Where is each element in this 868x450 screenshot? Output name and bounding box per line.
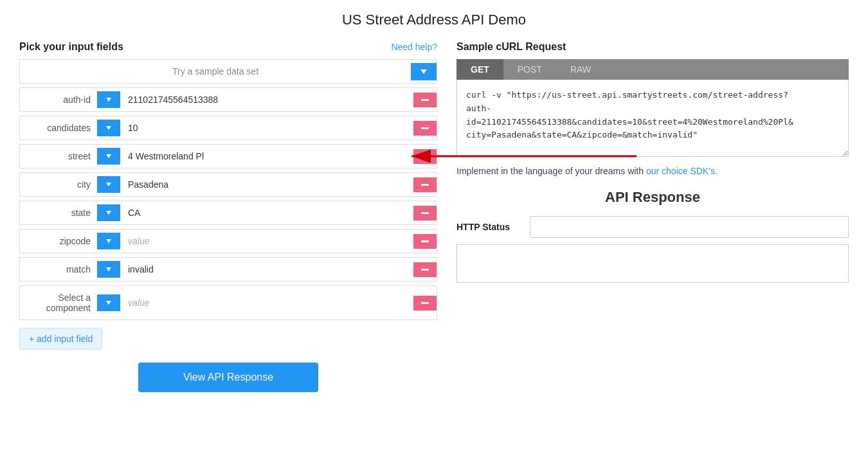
input-row-zipcode: zipcode: [19, 229, 437, 253]
field-dropdown-btn-component[interactable]: [97, 294, 120, 311]
field-label-component: Select a component: [20, 286, 97, 320]
curl-code-box: curl -v "https://us-street.api.smartystr…: [457, 80, 849, 157]
input-row-state: state: [19, 201, 437, 225]
tab-get[interactable]: GET: [457, 59, 503, 80]
sdk-static-text: Implement in the language of your dreams…: [457, 166, 646, 176]
input-row-street: street: [19, 144, 437, 168]
field-value-input-street[interactable]: [120, 145, 413, 168]
minus-icon: [421, 156, 429, 158]
right-panel: Sample cURL Request GET POST RAW curl -v…: [457, 41, 849, 392]
dropdown-arrow-icon: [106, 126, 111, 130]
view-api-response-button[interactable]: View API Response: [138, 363, 318, 392]
curl-tabs: GET POST RAW: [457, 59, 849, 80]
input-row-component: Select a component: [19, 285, 437, 320]
field-value-input-state[interactable]: [120, 201, 413, 224]
field-value-input-zipcode[interactable]: [120, 230, 413, 253]
input-row-auth-id: auth-id: [19, 87, 437, 112]
dropdown-arrow-icon: [106, 183, 111, 186]
remove-btn-city[interactable]: [413, 177, 437, 192]
minus-icon: [421, 269, 429, 271]
field-value-input-component[interactable]: [120, 291, 413, 314]
field-value-input-auth-id[interactable]: [120, 88, 413, 111]
field-label-auth-id: auth-id: [20, 88, 97, 111]
input-row-candidates: candidates: [19, 116, 437, 140]
field-label-city: city: [20, 173, 97, 196]
field-dropdown-btn-auth-id[interactable]: [97, 91, 120, 108]
dropdown-arrow-icon: [106, 301, 111, 305]
field-label-state: state: [20, 201, 97, 224]
field-dropdown-btn-candidates[interactable]: [97, 120, 120, 136]
http-status-input[interactable]: [530, 216, 849, 238]
add-input-field-button[interactable]: + add input field: [19, 328, 102, 350]
minus-icon: [421, 99, 429, 101]
field-label-zipcode: zipcode: [20, 230, 97, 253]
minus-icon: [421, 184, 429, 186]
field-value-input-candidates[interactable]: [120, 116, 413, 140]
input-row-city: city: [19, 172, 437, 197]
http-status-row: HTTP Status: [457, 216, 849, 238]
panel-header: Pick your input fields Need help?: [19, 41, 437, 53]
tab-raw[interactable]: RAW: [556, 59, 605, 80]
dropdown-arrow-icon: [106, 239, 111, 243]
dropdown-arrow-icon: [420, 69, 427, 74]
field-label-match: match: [20, 258, 97, 281]
remove-btn-match[interactable]: [413, 262, 437, 277]
field-dropdown-btn-city[interactable]: [97, 176, 120, 193]
fields-container: auth-idcandidatesstreetcitystatezipcodem…: [19, 87, 437, 320]
page-title: US Street Address API Demo: [0, 0, 868, 35]
remove-btn-state[interactable]: [413, 206, 437, 221]
response-box: [457, 244, 849, 283]
field-value-input-city[interactable]: [120, 173, 413, 196]
left-panel: Pick your input fields Need help? Try a …: [19, 41, 437, 392]
remove-btn-candidates[interactable]: [413, 121, 437, 136]
dropdown-arrow-icon: [106, 267, 111, 271]
minus-icon: [421, 240, 429, 242]
remove-btn-auth-id[interactable]: [413, 93, 437, 107]
minus-icon: [421, 127, 429, 129]
minus-icon: [421, 212, 429, 214]
field-dropdown-btn-state[interactable]: [97, 204, 120, 221]
need-help-link[interactable]: Need help?: [391, 42, 437, 52]
remove-btn-zipcode[interactable]: [413, 234, 437, 249]
sdk-link[interactable]: our choice SDK's.: [646, 166, 718, 176]
sample-data-row: Try a sample data set: [19, 59, 437, 84]
panel-header-title: Pick your input fields: [19, 41, 123, 53]
sample-data-label: Try a sample data set: [20, 60, 411, 83]
sdk-text: Implement in the language of your dreams…: [457, 166, 849, 176]
sample-data-dropdown-btn[interactable]: [411, 63, 437, 80]
http-status-label: HTTP Status: [457, 222, 521, 232]
curl-section-title: Sample cURL Request: [457, 41, 849, 53]
field-dropdown-btn-match[interactable]: [97, 261, 120, 278]
input-row-match: match: [19, 257, 437, 282]
field-dropdown-btn-zipcode[interactable]: [97, 233, 120, 249]
field-label-street: street: [20, 145, 97, 168]
api-response-title: API Response: [457, 189, 849, 206]
field-dropdown-btn-street[interactable]: [97, 148, 120, 165]
dropdown-arrow-icon: [106, 98, 111, 102]
remove-btn-component[interactable]: [413, 296, 437, 310]
dropdown-arrow-icon: [106, 211, 111, 215]
field-value-input-match[interactable]: [120, 258, 413, 281]
remove-btn-street[interactable]: [413, 149, 437, 164]
tab-post[interactable]: POST: [503, 59, 556, 80]
field-label-candidates: candidates: [20, 116, 97, 140]
minus-icon: [421, 302, 429, 304]
dropdown-arrow-icon: [106, 154, 111, 158]
